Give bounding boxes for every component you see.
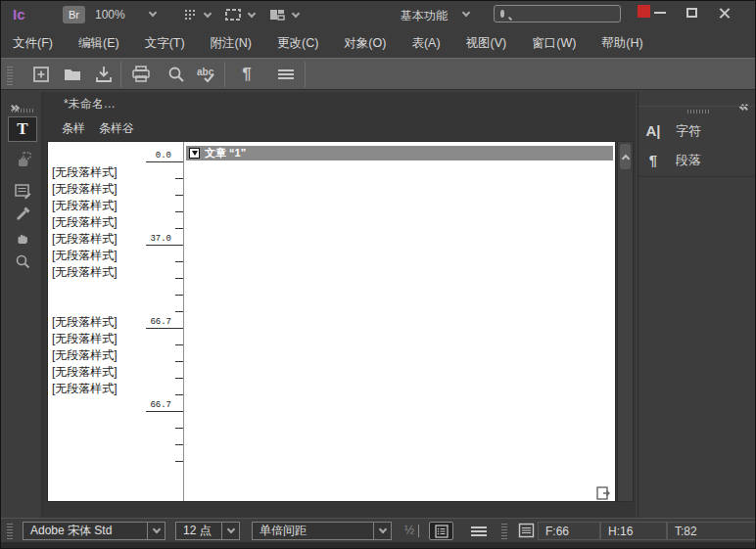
- search-tool-button[interactable]: [164, 63, 189, 86]
- toolbar-grip[interactable]: [7, 65, 13, 85]
- story-area[interactable]: 文章 “1”: [184, 142, 615, 501]
- maximize-icon: [686, 8, 697, 18]
- galley-line: 66.7: [48, 395, 183, 412]
- menu-item[interactable]: 编辑(E): [78, 28, 132, 58]
- paragraph-label: 段落: [676, 152, 701, 169]
- menu-icon: [278, 69, 294, 79]
- menu-item[interactable]: 附注(N): [211, 28, 264, 58]
- save-button[interactable]: [91, 63, 117, 86]
- position-tool-button[interactable]: [8, 147, 37, 172]
- toolbar-separator: [224, 62, 225, 87]
- frame-view-icon[interactable]: [224, 7, 242, 23]
- pilcrow-icon: ¶: [242, 65, 251, 84]
- hidden-characters-button[interactable]: ¶: [234, 63, 260, 86]
- note-tool-button[interactable]: [8, 178, 37, 204]
- tools-grip[interactable]: [12, 109, 33, 113]
- screen-mode-icon[interactable]: [268, 7, 286, 23]
- galley-line: 0.0: [48, 146, 183, 162]
- collapse-story-icon[interactable]: [189, 148, 200, 159]
- type-tool-button[interactable]: T: [8, 116, 37, 142]
- list-box-icon: [435, 525, 449, 538]
- leading-dropdown[interactable]: 单倍间距: [252, 522, 392, 540]
- search-box[interactable]: [494, 5, 621, 23]
- menu-item[interactable]: 帮助(H): [601, 28, 655, 58]
- view-tab[interactable]: 条样: [62, 120, 85, 137]
- tools-panel: T: [3, 92, 42, 518]
- incopy-window: Ic Br 100%: [0, 0, 756, 549]
- minimize-icon: [654, 12, 666, 14]
- maximize-button[interactable]: [679, 1, 704, 24]
- menu-item[interactable]: 文件(F): [13, 28, 66, 58]
- fraction-toggle-icon[interactable]: ½: [404, 525, 419, 537]
- dropdown-chevron-icon: [373, 523, 391, 539]
- menu-item[interactable]: 表(A): [411, 28, 452, 58]
- eyedropper-tool-button[interactable]: [8, 202, 37, 227]
- print-button[interactable]: [128, 63, 154, 86]
- counter-h: H:16: [600, 522, 667, 540]
- frame-view-chevron-icon[interactable]: [248, 10, 256, 18]
- close-icon: [719, 7, 731, 19]
- workspace-chevron-icon[interactable]: [462, 9, 470, 17]
- document-window: *未命名… 条样条样谷 0.0[无段落样式][无段落样式][无段落样式][无段落…: [42, 92, 636, 518]
- galley-line: [无段落样式]37.0: [48, 229, 183, 246]
- character-icon: A|: [638, 122, 668, 139]
- dropdown-chevron-icon: [147, 523, 165, 539]
- vertical-scrollbar[interactable]: [617, 141, 634, 502]
- leading-value: 单倍间距: [253, 523, 373, 539]
- bridge-button[interactable]: Br: [63, 6, 85, 23]
- zoom-tool-icon: [13, 252, 32, 271]
- screen-mode-chevron-icon[interactable]: [292, 10, 300, 18]
- font-family-value: Adobe 宋体 Std: [24, 523, 147, 539]
- workspace-switcher[interactable]: 基本功能: [401, 8, 448, 24]
- statusbar-grip[interactable]: [501, 523, 507, 539]
- search-input[interactable]: [504, 8, 651, 20]
- ruler-number: 66.7: [150, 317, 171, 327]
- zoom-chevron-icon[interactable]: [149, 9, 157, 17]
- menu-item[interactable]: 更改(C): [277, 28, 331, 58]
- galley-line: [无段落样式]: [48, 196, 183, 212]
- document-tab[interactable]: *未命名…: [64, 96, 116, 113]
- character-panel-button[interactable]: A| 字符: [638, 117, 756, 144]
- spell-check-button[interactable]: abc: [195, 63, 220, 86]
- zoom-tool-button[interactable]: [8, 249, 37, 274]
- page-jump-icon[interactable]: [595, 485, 611, 501]
- statusbar-grip[interactable]: [7, 523, 13, 539]
- menu-item[interactable]: 文字(T): [145, 28, 198, 58]
- ruler-number: 0.0: [156, 151, 171, 160]
- zoom-level-value[interactable]: 100%: [95, 8, 125, 22]
- story-header-bar[interactable]: 文章 “1”: [186, 146, 613, 160]
- view-options-icon[interactable]: [183, 7, 199, 23]
- main-toolbar: abc ¶: [1, 58, 755, 90]
- dropdown-chevron-icon: [221, 523, 239, 539]
- dock-grip[interactable]: [687, 110, 709, 114]
- story-title: 文章 “1”: [205, 146, 246, 160]
- statusbar-menu-icon[interactable]: [471, 526, 487, 536]
- paragraph-panel-button[interactable]: ¶ 段落: [638, 147, 756, 173]
- scrollbar-up-button[interactable]: [620, 144, 631, 169]
- close-button[interactable]: [712, 1, 737, 24]
- menu-item[interactable]: 视图(V): [466, 28, 520, 58]
- toolbar-separator: [120, 62, 121, 87]
- hand-tool-icon: [13, 228, 32, 248]
- document-content: 0.0[无段落样式][无段落样式][无段落样式][无段落样式][无段落样式]37…: [47, 141, 616, 502]
- new-document-button[interactable]: [28, 63, 54, 86]
- menubar: 文件(F)编辑(E)文字(T)附注(N)更改(C)对象(O)表(A)视图(V)窗…: [1, 28, 755, 58]
- menu-item[interactable]: 窗口(W): [532, 28, 589, 58]
- hand-tool-button[interactable]: [8, 225, 37, 251]
- open-folder-button[interactable]: [60, 63, 85, 86]
- view-tab[interactable]: 条样谷: [99, 120, 134, 137]
- galley-line: [48, 279, 183, 296]
- right-dock: A| 字符 ¶ 段落: [638, 92, 756, 518]
- font-size-dropdown[interactable]: 12 点: [175, 522, 240, 540]
- collapse-dock-icon[interactable]: [741, 96, 749, 114]
- window-bottom-edge: [1, 542, 755, 549]
- minimize-button[interactable]: [647, 1, 673, 24]
- view-options-chevron-icon[interactable]: [204, 10, 212, 18]
- panel-menu-button[interactable]: [273, 63, 299, 86]
- galley-line: [48, 445, 183, 462]
- font-family-dropdown[interactable]: Adobe 宋体 Std: [23, 522, 165, 540]
- galley-info-button[interactable]: [429, 522, 453, 540]
- type-tool-icon: T: [17, 119, 27, 139]
- menu-item[interactable]: 对象(O): [344, 28, 399, 58]
- galley-line: [无段落样式]: [48, 162, 183, 179]
